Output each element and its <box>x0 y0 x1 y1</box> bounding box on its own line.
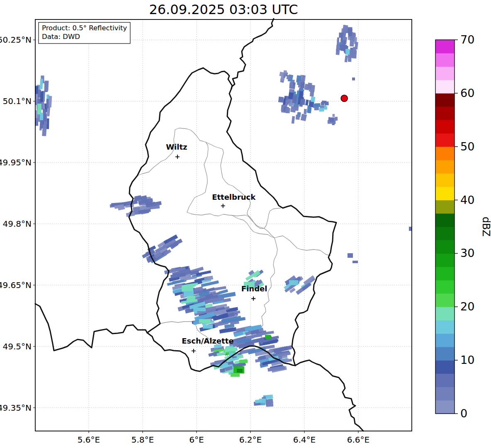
data-source-line: Data: DWD <box>42 33 80 41</box>
radar-echo-patch <box>182 286 193 292</box>
radar-echo-bar <box>300 82 305 88</box>
radar-echo-bar <box>324 106 327 110</box>
radar-echo-patch <box>348 253 353 258</box>
radar-echo-bar <box>204 276 213 281</box>
colorbar-segment <box>435 40 455 53</box>
y-tick-label: 50.25°N <box>0 35 32 45</box>
colorbar-segment <box>435 293 455 307</box>
national-border-path <box>35 304 147 351</box>
regional-border-path <box>206 142 250 214</box>
y-tick-label: 49.65°N <box>0 280 32 290</box>
national-borders-layer <box>35 19 363 431</box>
national-border-path <box>203 68 232 89</box>
colorbar-segment <box>435 387 455 401</box>
radar-echo-patch <box>184 291 194 297</box>
radar-echo-patch <box>225 347 236 351</box>
radar-echo-bar <box>352 50 357 59</box>
product-line: Product: 0.5° Reflectivity <box>42 24 127 32</box>
colorbar-segment <box>435 240 455 254</box>
y-tick-label: 49.8°N <box>3 219 32 229</box>
colorbar-segment <box>435 307 455 320</box>
regional-border-path <box>187 208 281 228</box>
colorbar-segment <box>435 213 455 227</box>
radar-echo-bar <box>289 82 293 88</box>
radar-echo-bar <box>348 29 352 36</box>
radar-echo-bar <box>308 107 312 114</box>
radar-site-layer <box>341 95 348 102</box>
colorbar-segment <box>435 400 455 414</box>
radar-echo-bar <box>345 55 348 62</box>
colorbar-tick-label: 50 <box>460 140 474 153</box>
colorbar-tick-label: 30 <box>460 247 474 259</box>
colorbar-segment <box>435 227 455 240</box>
radar-echo-bar <box>285 107 290 113</box>
colorbar-segment <box>435 147 455 160</box>
radar-echo-bar <box>255 400 260 403</box>
radar-echo-patch <box>40 113 43 120</box>
colorbar-segment <box>435 200 455 214</box>
city-label: Ettelbruck <box>212 193 256 201</box>
radar-echo-bar <box>278 97 284 103</box>
colorbar-tick-label: 20 <box>460 300 474 313</box>
radar-echo-patch <box>289 280 298 285</box>
colorbar-segment <box>435 373 455 387</box>
radar-echo-bar <box>305 99 309 106</box>
radar-echo-bar <box>319 108 324 111</box>
colorbar-segment <box>435 347 455 361</box>
radar-echo-bar <box>337 37 339 43</box>
colorbar-segment <box>435 107 455 120</box>
colorbar-tick-label: 70 <box>460 33 474 46</box>
radar-echo-patch <box>352 261 358 263</box>
radar-echo-bar <box>266 402 273 407</box>
radar-echo-bar <box>314 107 319 110</box>
colorbar-segment <box>435 267 455 281</box>
radar-echo-bar <box>333 114 335 117</box>
radar-echo-bar <box>46 99 49 108</box>
radar-echo-bar <box>43 109 46 121</box>
radar-echo-bar <box>292 116 295 124</box>
colorbar-segment <box>435 186 455 200</box>
radar-echo-bar <box>329 118 334 122</box>
radar-echo-bar <box>311 97 316 102</box>
y-tick-label: 50.1°N <box>3 96 32 106</box>
radar-echo-bar <box>350 50 352 57</box>
radar-echo-bar <box>304 109 306 114</box>
radar-echo-bar <box>340 45 346 51</box>
colorbar-segment <box>435 320 455 334</box>
national-border-path <box>295 360 363 431</box>
radar-echo-patch <box>345 49 350 55</box>
city-label: Findel <box>241 284 267 293</box>
colorbar-segment <box>435 66 455 80</box>
radar-echo-patch <box>187 296 195 301</box>
city-marker <box>175 155 180 159</box>
regional-border-path <box>232 215 331 256</box>
radar-echo-bar <box>290 106 296 113</box>
city-marker <box>221 204 225 208</box>
colorbar-segment <box>435 253 455 267</box>
product-info-box: Product: 0.5° Reflectivity Data: DWD <box>39 22 130 44</box>
radar-echo-patch <box>259 399 266 403</box>
radar-echo-bar <box>324 102 329 106</box>
city-marker <box>251 297 255 301</box>
radar-echo-bar <box>44 80 49 91</box>
city-label: Esch/Alzette <box>182 337 233 345</box>
city-marker <box>192 349 196 353</box>
radar-echo-bar <box>40 79 43 89</box>
colorbar-segment <box>435 173 455 187</box>
colorbar-tick-label: 60 <box>460 87 474 99</box>
radar-echo-layer <box>33 25 412 407</box>
radar-echo-bar <box>301 114 307 121</box>
colorbar-segment <box>435 80 455 94</box>
radar-site-marker <box>341 95 348 102</box>
radar-echo-bar <box>299 91 303 97</box>
radar-echo-patch <box>231 373 240 377</box>
colorbar-unit-label: dBZ <box>480 217 491 237</box>
radar-echo-bar <box>300 99 306 105</box>
radar-echo-bar <box>296 114 300 120</box>
x-tick-label: 6°E <box>189 435 204 445</box>
colorbar-segment <box>435 93 455 107</box>
cities-layer: WiltzEttelbruckFindelEsch/Alzette <box>166 143 267 353</box>
radar-echo-bar <box>350 40 354 46</box>
radar-echo-bar <box>133 207 140 211</box>
colorbar-segment <box>435 133 455 147</box>
